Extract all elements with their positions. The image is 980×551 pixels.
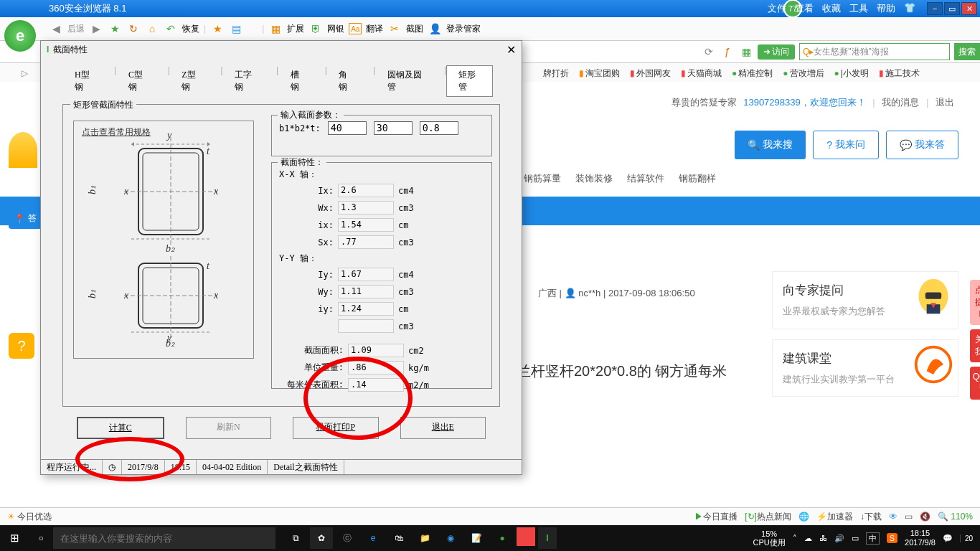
- bmk-item[interactable]: ▮天猫商城: [681, 67, 722, 80]
- play-icon[interactable]: ▷: [22, 68, 28, 78]
- nav-item[interactable]: 结算软件: [627, 172, 664, 185]
- restore-label[interactable]: 恢复: [182, 23, 199, 35]
- app-icon[interactable]: ⓒ: [336, 527, 359, 549]
- nav-item[interactable]: 钢筋算量: [524, 172, 561, 185]
- expert-card[interactable]: 向专家提问 业界最权威专家为您解答: [772, 271, 958, 329]
- sticky-ask[interactable]: 点我提问哦: [970, 280, 980, 325]
- tray-up-icon[interactable]: ˄: [793, 534, 797, 543]
- translate-icon[interactable]: Aa: [349, 23, 362, 34]
- flash-icon[interactable]: ƒ: [720, 44, 735, 59]
- refresh-icon[interactable]: ↻: [126, 22, 141, 36]
- print-button[interactable]: 界面打印P: [293, 417, 379, 439]
- menu-fav[interactable]: 收藏: [822, 2, 841, 15]
- ime-badge[interactable]: 中: [866, 532, 880, 545]
- store-icon[interactable]: 🛍: [387, 527, 410, 549]
- go-button[interactable]: ➜访问: [758, 44, 795, 60]
- undo-icon[interactable]: ↶: [164, 22, 178, 36]
- battery-icon[interactable]: ▭: [852, 534, 859, 543]
- logout-link[interactable]: 退出: [936, 97, 954, 108]
- app-icon[interactable]: [517, 527, 535, 546]
- ask-button[interactable]: ?我来问: [813, 131, 879, 159]
- menu-view[interactable]: 查看: [795, 2, 814, 15]
- start-button[interactable]: ⊞: [0, 532, 29, 545]
- maximize-button[interactable]: ▭: [944, 2, 960, 15]
- search-button[interactable]: 搜索: [954, 43, 980, 60]
- live-link[interactable]: ▶今日直播: [694, 511, 738, 523]
- bmk-item[interactable]: ●营改增后: [783, 67, 824, 80]
- tab-round[interactable]: 圆钢及圆管: [375, 65, 437, 97]
- ext-icon[interactable]: ▦: [268, 22, 283, 36]
- back-button[interactable]: ◀: [49, 22, 63, 36]
- login-icon[interactable]: 👤: [428, 22, 442, 36]
- close-button[interactable]: ✕: [961, 2, 977, 15]
- tool-icon[interactable]: ▭: [905, 512, 913, 522]
- taskview-icon[interactable]: ⧉: [284, 527, 307, 549]
- zoom-level[interactable]: 🔍 110%: [938, 512, 973, 522]
- messages-link[interactable]: 我的消息: [882, 97, 919, 108]
- app-icon[interactable]: ◉: [439, 527, 462, 549]
- bmk-item[interactable]: 牌打折: [543, 67, 569, 80]
- phone-link[interactable]: 13907298339，欢迎您回来！: [743, 97, 866, 108]
- grid-icon[interactable]: ▦: [739, 44, 753, 59]
- tab-channel[interactable]: 槽钢: [278, 65, 318, 97]
- history-icon[interactable]: ▤: [229, 22, 243, 36]
- globe-icon[interactable]: 🌐: [798, 512, 809, 522]
- taskbar-search[interactable]: [53, 527, 275, 549]
- course-card[interactable]: 建筑课堂 建筑行业实训教学第一平台: [772, 339, 958, 397]
- menu-file[interactable]: 文件: [768, 2, 786, 15]
- bmk-item[interactable]: ▮施工技术: [879, 67, 920, 80]
- bmk-item[interactable]: ▮淘宝团购: [579, 67, 620, 80]
- nav-item[interactable]: 钢筋翻样: [679, 172, 716, 185]
- tab-angle[interactable]: 角钢: [326, 65, 366, 97]
- home-icon[interactable]: ⌂: [145, 22, 159, 36]
- app-icon[interactable]: 📝: [465, 527, 488, 549]
- menu-tools[interactable]: 工具: [849, 2, 868, 15]
- tab-i[interactable]: 工字钢: [222, 65, 269, 97]
- sticky-follow[interactable]: 关注我们: [970, 329, 980, 362]
- app-icon[interactable]: ✿: [310, 527, 333, 549]
- bmk-item[interactable]: ●精准控制: [732, 67, 773, 80]
- 360-icon[interactable]: ●: [491, 527, 514, 549]
- shirt-icon[interactable]: 👕: [904, 2, 915, 15]
- cortana-icon[interactable]: ○: [29, 533, 53, 543]
- clock[interactable]: 18:152017/9/8: [905, 529, 936, 547]
- menu-help[interactable]: 帮助: [877, 2, 895, 15]
- calculate-button[interactable]: 计算C: [77, 417, 164, 439]
- sync-icon[interactable]: ⟳: [702, 44, 716, 59]
- accel-link[interactable]: ⚡加速器: [816, 511, 853, 523]
- b2-input[interactable]: [374, 121, 413, 135]
- network-icon[interactable]: 🖧: [819, 534, 827, 542]
- screenshot-icon[interactable]: ✂: [387, 22, 402, 36]
- minimize-button[interactable]: −: [927, 2, 943, 15]
- search-input[interactable]: Q▸女生怒撕"港独"海报: [799, 43, 950, 60]
- app-icon[interactable]: I: [538, 527, 557, 549]
- tab-rect[interactable]: 矩形管: [446, 65, 493, 97]
- download-link[interactable]: ↓下载: [860, 511, 882, 523]
- mute-icon[interactable]: 🔇: [920, 512, 930, 522]
- b1-input[interactable]: [328, 121, 367, 135]
- notifications-icon[interactable]: 💬: [943, 534, 953, 543]
- exit-button[interactable]: 退出E: [400, 417, 486, 439]
- bmk-item[interactable]: ●|小发明: [834, 67, 869, 80]
- explorer-icon[interactable]: 📁: [413, 527, 436, 549]
- tab-z[interactable]: Z型钢: [169, 65, 213, 97]
- refresh-button[interactable]: 刷新N: [186, 417, 272, 439]
- help-icon[interactable]: ?: [9, 333, 34, 359]
- cpu-meter[interactable]: 15%CPU使用: [753, 529, 785, 547]
- tool-icon[interactable]: 👁: [889, 512, 897, 522]
- news-link[interactable]: [↻]热点新闻: [745, 511, 791, 523]
- tab-h[interactable]: H型钢: [62, 65, 108, 97]
- sticky-qq[interactable]: QQ咨询: [970, 367, 980, 400]
- star-icon[interactable]: ★: [108, 22, 122, 36]
- show-desktop[interactable]: 20: [960, 534, 973, 542]
- search-button[interactable]: 🔍我来搜: [735, 131, 806, 159]
- tab-c[interactable]: C型钢: [116, 65, 161, 97]
- nav-item[interactable]: 装饰装修: [575, 172, 613, 185]
- forward-button[interactable]: ▶: [89, 22, 103, 36]
- bank-icon[interactable]: ⛨: [308, 22, 323, 36]
- fav-icon[interactable]: ★: [210, 22, 225, 36]
- sogou-icon[interactable]: S: [887, 533, 897, 543]
- edge-icon[interactable]: e: [362, 527, 385, 549]
- t-input[interactable]: [420, 121, 458, 135]
- answer-button[interactable]: 💬我来答: [886, 131, 958, 159]
